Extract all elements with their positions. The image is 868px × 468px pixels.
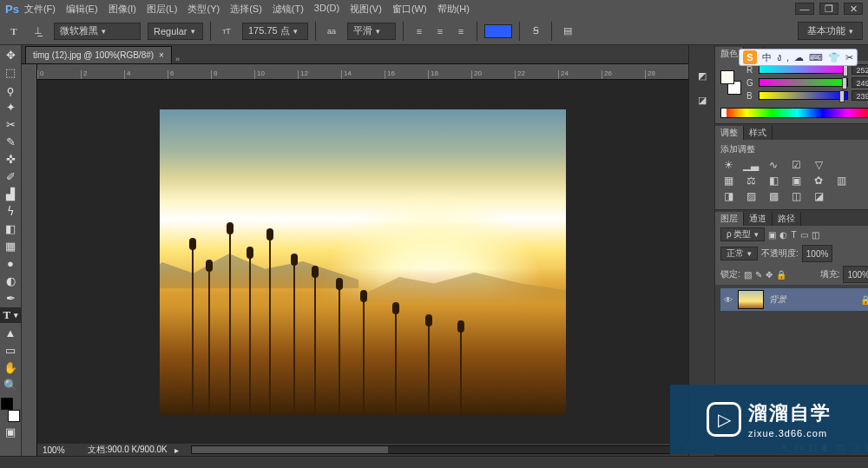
adj-exposure-icon[interactable]: ☑ xyxy=(788,159,804,171)
healing-tool[interactable]: ✜ xyxy=(0,151,21,167)
align-center-icon[interactable]: ≡ xyxy=(431,23,449,40)
quickmask-icon[interactable]: ▣ xyxy=(0,424,21,439)
align-right-icon[interactable]: ≡ xyxy=(452,23,470,40)
filter-shape-icon[interactable]: ▭ xyxy=(800,230,808,240)
ime-punct-icon[interactable]: , xyxy=(786,52,789,63)
dodge-tool[interactable]: ◐ xyxy=(0,273,21,288)
filter-pixel-icon[interactable]: ▣ xyxy=(768,230,776,240)
properties-panel-icon[interactable]: ◪ xyxy=(694,92,710,108)
menu-view[interactable]: 视图(V) xyxy=(350,3,382,16)
doc-info[interactable]: 文档:900.0 K/900.0K xyxy=(88,444,168,456)
quick-select-tool[interactable]: ✦ xyxy=(0,99,21,115)
tab-styles[interactable]: 样式 xyxy=(744,126,773,140)
marquee-tool[interactable]: ⬚ xyxy=(0,64,21,80)
panel-swatches[interactable] xyxy=(720,70,741,95)
adj-gradient-icon[interactable]: ◫ xyxy=(788,190,804,202)
menu-file[interactable]: 文件(F) xyxy=(24,3,56,16)
document-tab[interactable]: timg (12).jpg @ 100%(RGB/8#) × xyxy=(25,46,172,63)
adj-brightness-icon[interactable]: ☀ xyxy=(720,159,736,171)
adj-lookup-icon[interactable]: ▥ xyxy=(833,175,849,187)
blur-tool[interactable]: ● xyxy=(0,255,21,271)
menu-type[interactable]: 类型(Y) xyxy=(187,3,220,16)
adj-levels-icon[interactable]: ▁▃ xyxy=(743,159,759,171)
font-family-select[interactable]: 微软雅黑 xyxy=(54,23,141,40)
tab-paths[interactable]: 路径 xyxy=(773,212,801,226)
visibility-icon[interactable]: 👁 xyxy=(724,295,733,305)
layer-name[interactable]: 背景 xyxy=(769,293,786,306)
align-left-icon[interactable]: ≡ xyxy=(411,23,428,40)
font-size-select[interactable]: 175.75 点 xyxy=(242,23,308,40)
ime-logo-icon[interactable]: S xyxy=(743,50,757,64)
zoom-level[interactable]: 100% xyxy=(43,445,81,455)
brush-tool[interactable]: ✐ xyxy=(0,168,21,184)
adj-photofilter-icon[interactable]: ▣ xyxy=(788,175,804,187)
canvas-viewport[interactable] xyxy=(37,80,688,444)
layer-thumbnail[interactable] xyxy=(738,290,764,309)
maximize-button[interactable]: ❐ xyxy=(819,3,838,15)
adj-hue-icon[interactable]: ▦ xyxy=(720,175,736,187)
ime-skin-icon[interactable]: 👕 xyxy=(828,52,840,63)
anti-alias-select[interactable]: 平滑 xyxy=(347,23,396,40)
zoom-tool[interactable]: 🔍 xyxy=(0,377,21,392)
font-style-select[interactable]: Regular xyxy=(148,23,203,40)
crop-tool[interactable]: ✂ xyxy=(0,116,21,132)
tool-preset-icon[interactable]: T xyxy=(5,23,23,40)
fill-input[interactable]: 100% xyxy=(843,266,868,283)
adj-posterize-icon[interactable]: ▨ xyxy=(743,190,759,202)
close-button[interactable]: ✕ xyxy=(844,3,863,15)
layer-filter-kind[interactable]: ρ 类型 xyxy=(720,227,765,241)
tab-adjustments[interactable]: 调整 xyxy=(715,126,744,140)
history-brush-tool[interactable]: ϟ xyxy=(0,203,21,219)
ime-moon-icon[interactable]: ง xyxy=(777,49,781,65)
horizontal-ruler[interactable]: 0 2 4 6 8 10 12 14 16 18 20 22 24 26 28 xyxy=(37,64,688,80)
path-select-tool[interactable]: ▲ xyxy=(0,325,21,340)
orientation-toggle-icon[interactable]: ⊥̲ xyxy=(30,23,47,40)
menu-filter[interactable]: 滤镜(T) xyxy=(273,3,304,16)
adj-bw-icon[interactable]: ◧ xyxy=(766,175,781,187)
adj-curves-icon[interactable]: ∿ xyxy=(766,159,781,171)
move-tool[interactable]: ✥ xyxy=(0,47,21,63)
history-panel-icon[interactable]: ◩ xyxy=(694,68,710,83)
blend-mode-select[interactable]: 正常 xyxy=(720,247,758,260)
hand-tool[interactable]: ✋ xyxy=(0,359,21,375)
b-slider[interactable] xyxy=(759,91,848,100)
filter-adjust-icon[interactable]: ◐ xyxy=(779,230,787,240)
tab-layers[interactable]: 图层 xyxy=(715,212,744,226)
lock-all-icon[interactable]: 🔒 xyxy=(776,270,786,280)
ime-mode[interactable]: 中 xyxy=(762,51,772,64)
shape-tool[interactable]: ▭ xyxy=(0,342,21,358)
adj-vibrance-icon[interactable]: ▽ xyxy=(811,159,826,171)
layer-row-background[interactable]: 👁 背景 🔒 xyxy=(720,288,868,311)
menu-window[interactable]: 窗口(W) xyxy=(392,3,427,16)
adj-balance-icon[interactable]: ⚖ xyxy=(743,175,759,187)
lock-position-icon[interactable]: ✥ xyxy=(766,270,773,280)
stamp-tool[interactable]: ▟ xyxy=(0,186,21,201)
color-spectrum[interactable] xyxy=(720,108,868,118)
type-tool[interactable]: T xyxy=(0,307,21,323)
filter-type-icon[interactable]: T xyxy=(791,230,796,240)
lock-transparent-icon[interactable]: ▨ xyxy=(744,270,752,280)
r-slider[interactable] xyxy=(759,65,848,74)
ime-cloud-icon[interactable]: ☁ xyxy=(794,52,804,63)
g-slider[interactable] xyxy=(759,78,848,87)
adj-threshold-icon[interactable]: ▩ xyxy=(766,190,781,202)
gradient-tool[interactable]: ▦ xyxy=(0,238,21,254)
menu-3d[interactable]: 3D(D) xyxy=(314,3,339,16)
doc-info-flyout-icon[interactable]: ▸ xyxy=(174,445,179,455)
adj-selective-icon[interactable]: ◪ xyxy=(811,190,826,202)
filter-smart-icon[interactable]: ◫ xyxy=(812,230,819,240)
eyedropper-tool[interactable]: ✎ xyxy=(0,134,21,149)
background-color[interactable] xyxy=(8,410,20,422)
lock-pixels-icon[interactable]: ✎ xyxy=(755,270,762,280)
vertical-ruler[interactable] xyxy=(22,64,37,456)
ime-keyboard-icon[interactable]: ⌨ xyxy=(809,52,823,63)
tab-overflow-icon[interactable]: » xyxy=(175,55,186,63)
color-swatches[interactable] xyxy=(1,398,20,422)
pen-tool[interactable]: ✒ xyxy=(0,290,21,306)
g-value[interactable]: 249 xyxy=(852,77,868,88)
lasso-tool[interactable]: ϙ xyxy=(0,82,21,97)
b-value[interactable]: 239 xyxy=(852,90,868,101)
text-color-swatch[interactable] xyxy=(484,24,512,38)
ime-toolbar[interactable]: S 中 ง , ☁ ⌨ 👕 ✂ xyxy=(739,49,858,66)
opacity-input[interactable]: 100% xyxy=(802,245,833,262)
